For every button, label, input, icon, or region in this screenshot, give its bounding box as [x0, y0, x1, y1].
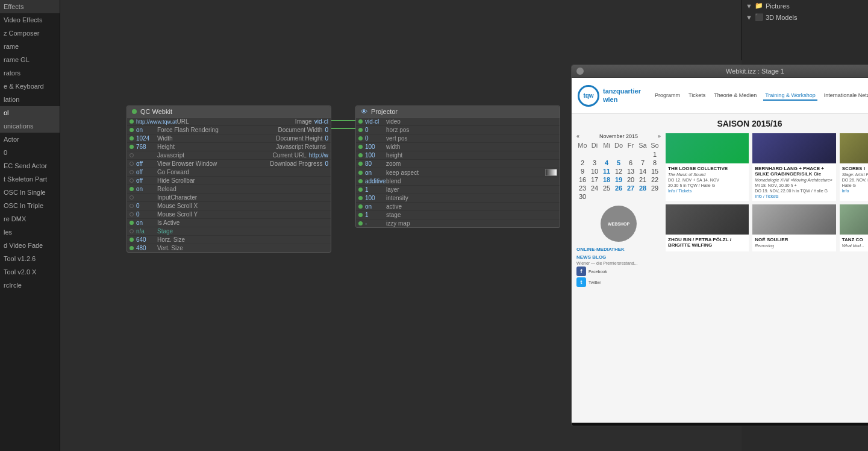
calendar-prev-btn[interactable]: « — [576, 133, 579, 139]
sidebar-item-actor[interactable]: Actor — [0, 133, 60, 146]
sidebar: Effects Video Effects z Composer rame ra… — [0, 0, 60, 451]
main-area: QC Webkit http://www.tqw.at URL Image vi… — [60, 0, 742, 451]
param-value-mouse-x: 0 — [136, 203, 157, 209]
event-card-1-title: THE LOOSE COLLECTIVE — [668, 166, 746, 171]
sidebar-item-tool-v1[interactable]: Tool v1.2.6 — [0, 252, 60, 265]
sidebar-item-rators[interactable]: rators — [0, 66, 60, 80]
sidebar-item-skeleton-part[interactable]: t Skeleton Part — [0, 172, 60, 186]
param-row-is-active: on Is Active — [127, 219, 331, 227]
event-card-3-img — [840, 133, 868, 163]
logo-text: tanzquartier wien — [603, 87, 641, 103]
event-cards-row1: THE LOOSE COLLECTIVE The Music of Sound … — [666, 133, 868, 201]
sidebar-item-rcircle[interactable]: rcIrcle — [0, 279, 60, 292]
param-dot-url — [130, 119, 134, 124]
param-dot-stage — [130, 229, 134, 233]
sidebar-item-ol[interactable]: ol — [0, 106, 60, 119]
sidebar-item-osc-single[interactable]: OSC In Single — [0, 186, 60, 199]
sidebar-item-rame[interactable]: rame — [0, 40, 60, 53]
calendar-week-4: 16 17 18 19 20 21 22 — [576, 175, 661, 184]
online-mediathek-link[interactable]: ONLINE-MEDIATHEK — [576, 247, 661, 252]
param-value-vert-size: 480 — [136, 245, 157, 251]
proj-name-layer: layer — [386, 186, 557, 193]
saison-title: SAISON 2015/16 — [576, 119, 868, 128]
proj-param-keep-aspect: on keep aspect — [356, 168, 560, 177]
param-name-is-active: Is Active — [157, 219, 328, 226]
sidebar-item-lation[interactable]: lation — [0, 93, 60, 106]
twitter-label[interactable]: Twitter — [589, 280, 601, 285]
proj-value-active: on — [365, 203, 386, 210]
param-name-reload: Reload — [157, 186, 328, 192]
tree-item-3d-models[interactable]: ▼ ⬛ 3D Models — [742, 11, 868, 23]
nav-link-tickets[interactable]: Tickets — [687, 91, 707, 101]
proj-value-intensity: 100 — [365, 195, 386, 201]
sidebar-item-video-effects[interactable]: Video Effects — [0, 13, 60, 27]
sidebar-item-0[interactable]: 0 — [0, 146, 60, 159]
sidebar-item-unications[interactable]: unications — [0, 119, 60, 133]
window-close-button[interactable] — [576, 68, 584, 75]
twitter-icon[interactable]: t — [576, 277, 586, 287]
projector-title: Projector — [371, 108, 398, 115]
sidebar-item-dmx[interactable]: re DMX — [0, 212, 60, 226]
facebook-label[interactable]: Facebook — [589, 270, 607, 274]
param-dot-vert-size — [130, 246, 134, 250]
event-card-2-date: MI 18. NOV, 20.30 h + — [755, 183, 833, 188]
proj-name-active: active — [386, 203, 557, 210]
param-dot-reload — [130, 187, 134, 191]
event-card-1-link[interactable]: Info / Tickets — [668, 189, 746, 193]
sidebar-item-keyboard[interactable]: e & Keyboard — [0, 80, 60, 93]
calendar-next-btn[interactable]: » — [658, 133, 661, 139]
nav-link-internationale[interactable]: Internationale Netzwerke — [822, 91, 868, 101]
proj-param-blend: additive blend — [356, 177, 560, 186]
website-two-col: « November 2015 » Mo Di Mi Do Fr Sa So — [576, 133, 868, 414]
website-logo: tqw tanzquartier wien — [578, 85, 641, 107]
tree-item-pictures[interactable]: ▼ 📁 Pictures — [742, 0, 868, 11]
event-card-3: SCORES I Stage: Artist Phil... Nietzsche… — [840, 133, 868, 201]
sidebar-item-tool-v2[interactable]: Tool v2.0 X — [0, 265, 60, 279]
nav-link-programm[interactable]: Programm — [653, 91, 682, 101]
event-card-6-body: TANZ CO What kind... — [840, 235, 868, 251]
nav-link-theorie[interactable]: Theorie & Medien — [712, 91, 758, 101]
news-blog-link[interactable]: NEWS BLOG — [576, 254, 661, 260]
proj-param-layer: 1 layer — [356, 186, 560, 194]
webshop-button[interactable]: WEBSHOP — [601, 206, 637, 242]
event-card-2-title: BERNHARD LANG + PHACE + SILKE GRABINGER/… — [755, 166, 833, 177]
sidebar-item-ec-send-actor[interactable]: EC Send Actor — [0, 159, 60, 172]
proj-name-video: video — [386, 118, 557, 125]
param-name-stage: Stage — [157, 228, 328, 235]
event-card-4-body: ZHOU BIN / PETRA PÖLZL / BRIGITTE WILFIN… — [666, 235, 749, 251]
proj-dot-vert-pos — [358, 136, 363, 140]
proj-name-vert-pos: vert pos — [386, 135, 557, 142]
param-right-value-view-browser: 0 — [325, 160, 328, 167]
sidebar-item-video-fade[interactable]: d Video Fade — [0, 239, 60, 252]
event-card-2-link[interactable]: Info / Tickets — [755, 194, 833, 198]
param-right-value-flash: 0 — [325, 127, 328, 133]
param-value-height: 768 — [136, 144, 157, 150]
sidebar-item-effects[interactable]: Effects — [0, 0, 60, 13]
facebook-icon[interactable]: f — [576, 266, 586, 276]
proj-name-horz-pos: horz pos — [386, 127, 557, 133]
eye-icon: 👁 — [361, 108, 367, 115]
proj-value-zoom: 80 — [365, 160, 386, 167]
param-name-go-forward: Go Forward — [157, 169, 328, 175]
nav-link-training[interactable]: Training & Workshop — [763, 91, 817, 101]
sidebar-item-osc-triple[interactable]: OSC In Triple — [0, 199, 60, 212]
sidebar-item-z-composer[interactable]: z Composer — [0, 27, 60, 40]
news-excerpt: Wiener — die Premiersrestand... — [576, 261, 661, 265]
param-value-is-active: on — [136, 219, 157, 226]
param-row-url: http://www.tqw.at URL Image vid-cl — [127, 118, 331, 126]
proj-dot-width — [358, 145, 363, 149]
event-card-2-img — [752, 133, 835, 163]
sidebar-item-rame-gl[interactable]: rame GL — [0, 53, 60, 66]
param-right-value-url: vid-cl — [314, 118, 328, 125]
param-name-js: Javascript — [157, 152, 273, 159]
proj-name-width: width — [386, 144, 557, 150]
param-name-width: Width — [157, 135, 276, 142]
event-card-6: TANZ CO What kind... — [840, 204, 868, 251]
event-card-1-img — [666, 133, 749, 163]
param-name-horz-size: Horz. Size — [157, 236, 328, 243]
sidebar-item-les[interactable]: les — [0, 226, 60, 239]
proj-value-layer: 1 — [365, 186, 386, 193]
param-value-view-browser: off — [136, 160, 157, 167]
param-name-view-browser: View Browser Window — [157, 160, 270, 167]
event-card-3-link[interactable]: Info — [842, 189, 868, 193]
